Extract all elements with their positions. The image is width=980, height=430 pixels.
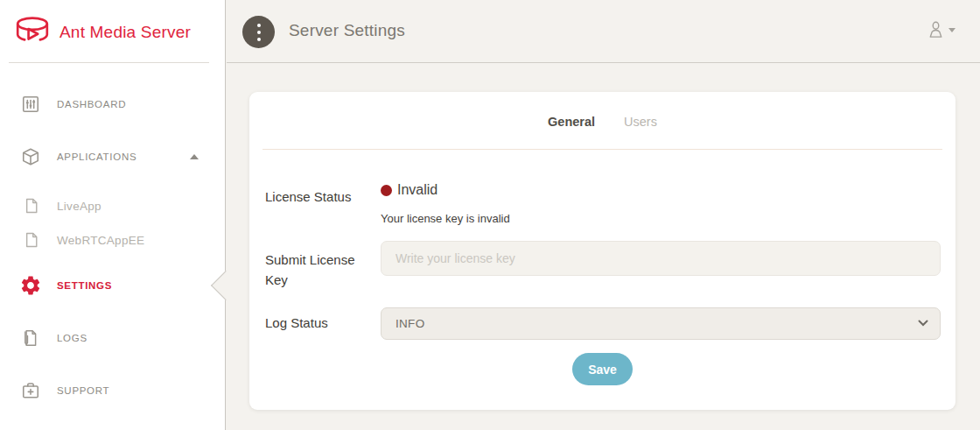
ant-media-logo-icon: [12, 13, 52, 52]
kebab-dot: [257, 31, 261, 34]
sidebar-item-webrtcappee[interactable]: WebRTCAppEE: [0, 229, 225, 250]
logs-icon: [21, 328, 39, 348]
license-status-value: Invalid: [397, 182, 438, 198]
brand-name: Ant Media Server: [60, 23, 191, 42]
applications-icon: [21, 147, 40, 166]
main-content: General Users License Status Invalid You…: [227, 64, 980, 430]
sidebar-item-label: WebRTCAppEE: [57, 234, 144, 247]
tab-divider: [262, 149, 942, 150]
log-status-label: Log Status: [265, 313, 328, 333]
sidebar-divider: [9, 62, 209, 63]
user-menu[interactable]: [926, 19, 956, 40]
log-status-select-wrap: INFO: [381, 307, 941, 340]
tab-users[interactable]: Users: [624, 115, 657, 129]
kebab-dot: [257, 24, 261, 27]
sidebar-item-liveapp[interactable]: LiveApp: [0, 195, 225, 216]
license-status-detail: Your license key is invalid: [381, 212, 510, 225]
sidebar-item-label: SETTINGS: [57, 280, 112, 291]
user-icon: [926, 19, 946, 40]
submit-license-key-label: Submit License Key: [265, 250, 361, 290]
collapse-caret-icon[interactable]: [190, 154, 199, 159]
log-status-select[interactable]: INFO: [381, 307, 941, 340]
sidebar-item-applications[interactable]: APPLICATIONS: [0, 146, 225, 167]
sidebar-item-settings[interactable]: SETTINGS: [0, 275, 225, 296]
sidebar-item-label: DASHBOARD: [57, 99, 126, 109]
sidebar-item-label: LOGS: [57, 333, 88, 343]
gear-icon: [19, 274, 42, 297]
sidebar: Ant Media Server DASHBOARD: [0, 0, 226, 430]
tab-general[interactable]: General: [548, 115, 595, 129]
sidebar-item-logs[interactable]: LOGS: [0, 328, 225, 349]
sidebar-item-support[interactable]: SUPPORT: [0, 380, 225, 401]
file-icon: [24, 198, 38, 214]
license-status-value-row: Invalid: [381, 182, 438, 198]
license-status-label: License Status: [265, 187, 351, 207]
header: Server Settings: [227, 0, 980, 63]
kebab-dot: [257, 38, 261, 41]
file-icon: [24, 232, 38, 248]
tab-bar: General Users: [249, 115, 956, 129]
chevron-down-icon: [948, 28, 956, 32]
sidebar-item-label: SUPPORT: [57, 385, 109, 396]
settings-card: General Users License Status Invalid You…: [249, 92, 956, 410]
save-button[interactable]: Save: [572, 353, 633, 385]
kebab-menu-button[interactable]: [242, 16, 275, 48]
license-key-input[interactable]: [381, 241, 941, 276]
app-window: Ant Media Server DASHBOARD: [0, 0, 980, 430]
brand-logo[interactable]: Ant Media Server: [12, 11, 191, 54]
page-title: Server Settings: [289, 21, 405, 40]
sidebar-item-label: APPLICATIONS: [57, 152, 136, 162]
support-icon: [21, 381, 40, 400]
status-dot-icon: [381, 185, 392, 196]
sidebar-item-label: LiveApp: [57, 200, 102, 213]
sidebar-item-dashboard[interactable]: DASHBOARD: [0, 94, 225, 115]
dashboard-icon: [21, 95, 40, 114]
